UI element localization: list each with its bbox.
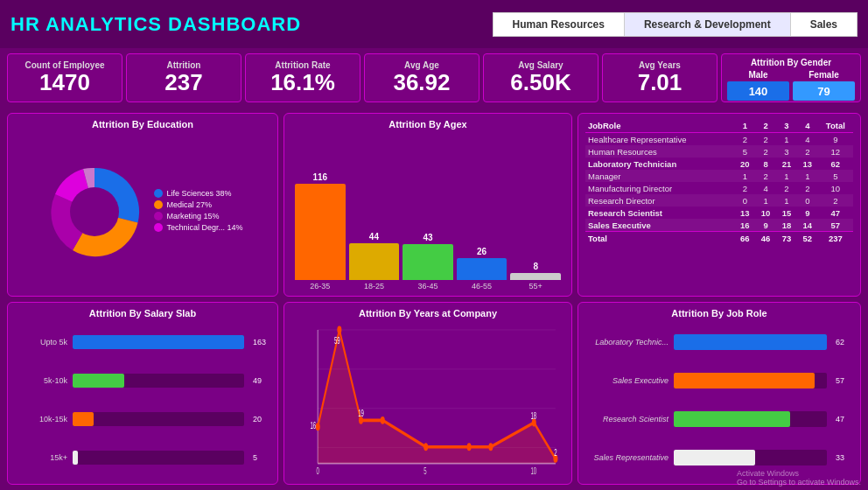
age-bar-group: 44 18-25 [349, 232, 400, 290]
c2-cell: 10 [755, 206, 776, 219]
svg-point-9 [337, 326, 341, 333]
bar-rect [457, 258, 508, 280]
hbar-track [73, 412, 244, 426]
hbar-track [73, 335, 244, 349]
jobrole-table: JobRole 1 2 3 4 Total Healthcare Represe… [585, 119, 853, 244]
c2-cell: 8 [755, 158, 776, 170]
total-cell: 62 [818, 158, 853, 170]
hbar-value: 163 [253, 338, 270, 346]
line-svg: 16 59 19 18 2 0 5 10 [291, 322, 564, 480]
svg-text:5: 5 [424, 466, 426, 476]
bar-rect [295, 184, 346, 280]
col-right: JobRole 1 2 3 4 Total Healthcare Represe… [578, 113, 861, 485]
hbar-fill [73, 412, 94, 426]
hbar-value: 5 [253, 453, 270, 462]
total-cell: 57 [818, 219, 853, 232]
jobrole-fill [674, 334, 827, 350]
age-title: Attrition By Agex [291, 119, 564, 130]
svg-text:0: 0 [317, 466, 319, 476]
c4-cell: 2 [797, 145, 818, 158]
tab-hr[interactable]: Human Resources [494, 13, 625, 36]
salary-title: Attrition By Salary Slab [15, 308, 270, 318]
bar-label-bot: 55+ [529, 282, 542, 290]
kpi-years-value: 7.01 [638, 70, 682, 95]
legend-marketing: Marketing 15% [154, 212, 242, 220]
svg-text:16: 16 [310, 420, 316, 430]
kpi-count-value: 1470 [39, 70, 90, 95]
col-1: 1 [734, 119, 755, 133]
donut-legend: Life Sciences 38% Medical 27% Marketing … [154, 189, 242, 234]
role-cell: Research Director [585, 194, 734, 206]
legend-technical: Technical Degr... 14% [154, 223, 242, 232]
kpi-salary: Avg Salary 6.50K [483, 53, 598, 102]
svg-text:18: 18 [530, 410, 536, 421]
role-cell: Healthcare Representative [585, 133, 734, 146]
total-cell: 5 [818, 170, 853, 182]
gender-bars: Male 140 Female 79 [727, 70, 855, 101]
female-value: 79 [817, 85, 830, 98]
tab-sales[interactable]: Sales [791, 13, 857, 36]
age-bar-group: 8 55+ [510, 262, 561, 290]
male-value: 140 [749, 85, 768, 98]
jobrole-bars: Laboratory Technic... 62 Sales Executive… [585, 322, 853, 480]
hbar-row: 15k+ 5 [15, 451, 270, 465]
col-left: Attrition By Education [7, 113, 278, 485]
age-chart: Attrition By Agex 116 26-35 44 18-25 43 … [284, 113, 572, 297]
svg-point-13 [467, 443, 472, 451]
svg-marker-7 [318, 329, 556, 463]
total-label: Total [585, 232, 734, 245]
jobrole-value: 62 [836, 338, 853, 346]
jobrole-track [674, 450, 827, 466]
c1-cell: 20 [734, 158, 755, 170]
jobrole-fill [674, 373, 815, 388]
line-chart-area: 16 59 19 18 2 0 5 10 [291, 322, 564, 480]
table-row: Research Director 0 1 1 0 2 [585, 194, 853, 206]
col-center: Attrition By Agex 116 26-35 44 18-25 43 … [284, 113, 572, 485]
kpi-rate: Attrition Rate 16.1% [245, 53, 360, 102]
role-cell: Human Resources [585, 145, 734, 158]
hbar-track [73, 374, 244, 388]
kpi-row: Count of Employee 1470 Attrition 237 Att… [0, 48, 868, 108]
main-content: Attrition By Education [0, 108, 868, 490]
jobrole-bar-row: Sales Representative 33 [585, 450, 853, 466]
c3-cell: 1 [776, 194, 797, 206]
c3-cell: 18 [776, 219, 797, 232]
hbar-fill [73, 374, 124, 388]
jobrole-fill [674, 411, 790, 427]
total-cell: 47 [818, 206, 853, 219]
jobrole-bar-row: Research Scientist 47 [585, 411, 853, 427]
table-row: Human Resources 5 2 3 2 12 [585, 145, 853, 158]
hbar-label: 10k-15k [15, 415, 67, 424]
svg-text:59: 59 [334, 335, 340, 346]
hbar-row: 5k-10k 49 [15, 374, 270, 388]
jobrole-bar-row: Sales Executive 57 [585, 373, 853, 388]
salary-chart: Attrition By Salary Slab Upto 5k 163 5k-… [7, 302, 278, 486]
bar-label-top: 8 [533, 262, 538, 271]
table-row: Research Scientist 13 10 15 9 47 [585, 206, 853, 219]
c4-cell: 1 [797, 170, 818, 182]
svg-text:2: 2 [554, 446, 556, 457]
jobrole-label: Laboratory Technic... [585, 338, 668, 346]
col-4: 4 [797, 119, 818, 133]
svg-text:19: 19 [358, 407, 364, 417]
svg-point-0 [70, 187, 119, 236]
hbar-value: 49 [253, 376, 270, 385]
hbar-fill [73, 451, 78, 465]
c4-cell: 2 [797, 182, 818, 194]
c4-cell: 9 [797, 206, 818, 219]
c1-cell: 1 [734, 170, 755, 182]
c1-cell: 5 [734, 145, 755, 158]
kpi-attrition: Attrition 237 [126, 53, 242, 102]
jobrole-fill [674, 450, 755, 466]
col-3: 3 [776, 119, 797, 133]
jobrole-value: 57 [836, 376, 853, 385]
table-row: Manufacturing Director 2 4 2 2 10 [585, 182, 853, 194]
hbar-row: 10k-15k 20 [15, 412, 270, 426]
age-bar-group: 43 36-45 [402, 233, 453, 290]
tab-rd[interactable]: Research & Development [625, 13, 791, 36]
male-label: Male [727, 70, 789, 80]
age-bar-group: 116 26-35 [295, 172, 346, 290]
role-cell: Research Scientist [585, 206, 734, 219]
jobrole-label: Sales Representative [585, 453, 668, 462]
salary-bars: Upto 5k 163 5k-10k 49 10k-15k 20 15k+ 5 [15, 322, 270, 480]
